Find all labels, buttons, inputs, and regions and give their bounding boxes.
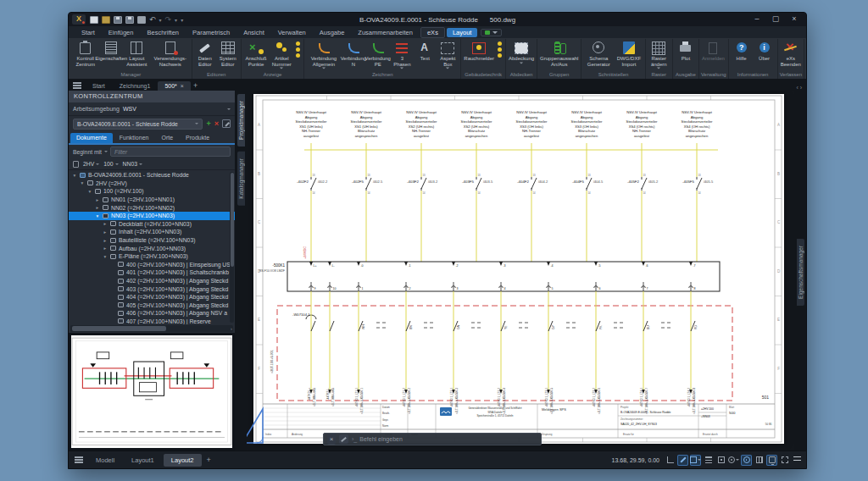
ribbon-button-aspekt-box[interactable]: Aspekt Box bbox=[437, 40, 459, 69]
dropdown-caret-icon[interactable] bbox=[446, 67, 449, 69]
breadcrumb-segment-nn03[interactable]: NN03 bbox=[123, 161, 142, 167]
undo-icon[interactable]: ↶ bbox=[149, 16, 156, 24]
menu-tab-einfügen[interactable]: Einfügen bbox=[103, 28, 140, 37]
panel-tab-produkte[interactable]: Produkte bbox=[180, 133, 215, 143]
command-close-icon[interactable]: × bbox=[327, 434, 336, 445]
ribbon-button-verbindung-allgemein[interactable]: Verbindung Allgemein bbox=[306, 40, 341, 69]
ribbon-button-eigenschaften[interactable]: Eigenschaften bbox=[100, 40, 123, 62]
menu-tab-verwalten[interactable]: Verwalten bbox=[272, 28, 312, 37]
redo-caret-icon[interactable]: ▾ bbox=[175, 17, 177, 23]
add-layout-button[interactable]: + bbox=[203, 456, 214, 464]
doc-tab-Start[interactable]: Start bbox=[86, 81, 112, 91]
settings-gear-icon[interactable] bbox=[728, 455, 739, 466]
filter-input[interactable]: Filter bbox=[110, 147, 231, 157]
collapsed-caret-icon[interactable]: ▸ bbox=[103, 246, 108, 251]
fullscreen-icon[interactable] bbox=[779, 455, 790, 466]
side-tab-projektmanager[interactable]: Projektmanager bbox=[237, 94, 245, 147]
maximize-button[interactable]: ▢ bbox=[767, 14, 784, 25]
drawing-area[interactable]: AABBCCDDEEFFNSV-IV UnterhauptAbgangSteck… bbox=[247, 91, 794, 451]
ribbon-button-kontroll-zentrum[interactable]: Kontroll Zentrum bbox=[72, 40, 99, 67]
menu-tab-parametrisch[interactable]: Parametrisch bbox=[186, 28, 236, 37]
panel-tab-dokumente[interactable]: Dokumente bbox=[70, 133, 113, 143]
project-caret-icon[interactable] bbox=[195, 123, 198, 124]
edit-project-button[interactable] bbox=[222, 119, 231, 128]
close-button[interactable]: × bbox=[786, 14, 803, 25]
app-logo-icon[interactable]: X bbox=[72, 14, 86, 25]
status-menu-icon[interactable] bbox=[792, 455, 803, 466]
command-prompt[interactable]: ›_Befehl eingeben bbox=[352, 436, 403, 442]
dropdown-caret-icon[interactable] bbox=[400, 67, 403, 69]
doc-tab-scroll-icons[interactable]: ‹ › bbox=[796, 85, 804, 91]
doc-tab-close-icon[interactable]: × bbox=[181, 83, 184, 89]
ribbon-button-anschlu-punkte[interactable]: Anschluß Punkte bbox=[243, 40, 270, 67]
ribbon-button-layout-assistent[interactable]: Layout Assistent bbox=[124, 40, 150, 67]
tree-item[interactable]: 403 (=2HV.100+NN03) | Abgang Steckd bbox=[69, 285, 235, 293]
ribbon-button-hilfe[interactable]: Hilfe bbox=[731, 40, 753, 62]
ribbon-button-schema-generator[interactable]: Schema Generator bbox=[583, 40, 614, 67]
tree-item[interactable]: ▾B-OVA24009.E.0001 - Schleuse Rodde bbox=[69, 171, 235, 180]
layout-tab-layout1[interactable]: Layout1 bbox=[124, 454, 162, 467]
workspace-row[interactable]: Arbeitsumgebung WSV bbox=[69, 102, 235, 116]
collapsed-caret-icon[interactable]: ▸ bbox=[95, 205, 100, 210]
ribbon-button-gruppenauswahl-an-aus[interactable]: Gruppenauswahl An/Aus bbox=[539, 40, 579, 67]
ucs-icon[interactable] bbox=[665, 455, 676, 466]
workspace-caret-icon[interactable] bbox=[227, 108, 231, 110]
ribbon-button-verbindung-pe[interactable]: Verbindung PE bbox=[365, 40, 390, 67]
undo-caret-icon[interactable]: ▾ bbox=[159, 17, 162, 23]
doc-menu-icon[interactable] bbox=[72, 80, 82, 90]
collapsed-caret-icon[interactable]: ▸ bbox=[95, 197, 100, 202]
menu-tab-zusammenarbeiten[interactable]: Zusammenarbeiten bbox=[352, 28, 419, 37]
expanded-caret-icon[interactable]: ▾ bbox=[103, 254, 108, 259]
ribbon-button-verbindung-n[interactable]: Verbindung N bbox=[342, 40, 365, 67]
new-doc-tab-button[interactable]: + bbox=[192, 81, 201, 91]
ribbon-button-abdeckung[interactable]: Abdeckung bbox=[508, 40, 535, 64]
tree-hscrollbar[interactable]: › bbox=[70, 325, 233, 332]
panel-tab-funktionen[interactable]: Funktionen bbox=[114, 133, 155, 143]
doc-tab-500[interactable]: 500*× bbox=[158, 81, 191, 91]
ribbon-button-text[interactable]: Text bbox=[414, 40, 436, 62]
menu-tab-beschriften[interactable]: Beschriften bbox=[141, 28, 185, 37]
tree-item[interactable]: 402 (=2HV.100+NN03) | Abgang Steckd bbox=[69, 277, 235, 285]
annotation-bars-icon[interactable] bbox=[703, 455, 714, 466]
tree-item[interactable]: ▸Bauteilliste (=2HV.100+NN03) bbox=[69, 236, 235, 245]
tree-item[interactable]: 405 (=2HV.100+NN03) | Abgang Steckd bbox=[69, 301, 235, 310]
breadcrumb-segment-100[interactable]: 100 bbox=[103, 161, 118, 167]
paper-model-toggle[interactable] bbox=[690, 455, 701, 466]
layout-menu-icon[interactable] bbox=[74, 455, 84, 464]
sheet-preview[interactable] bbox=[69, 333, 235, 451]
expanded-caret-icon[interactable]: ▾ bbox=[72, 173, 77, 178]
tree-item[interactable]: 404 (=2HV.100+NN03) | Abgang Steckd bbox=[69, 293, 235, 301]
properties-manager-tab[interactable]: Eigenschaftsmanager bbox=[797, 239, 804, 306]
snap-icon[interactable] bbox=[715, 455, 726, 466]
open-file-icon[interactable] bbox=[102, 16, 110, 24]
ribbon-button-artikel-nummer[interactable]: Artikel Nummer bbox=[270, 40, 293, 69]
layout-tab-modell[interactable]: Modell bbox=[88, 454, 122, 467]
dropdown-caret-icon[interactable] bbox=[280, 67, 283, 69]
filter-mode-select[interactable]: Beginnt mit bbox=[73, 149, 108, 155]
tree-item[interactable]: ▸Deckblatt (=2HV.100+NN03) bbox=[69, 220, 235, 229]
panel-tab-orte[interactable]: Orte bbox=[155, 133, 179, 143]
display-icon[interactable] bbox=[766, 455, 777, 466]
project-select[interactable]: B-OVA24009.E.0001 - Schleuse Rodde bbox=[73, 119, 203, 130]
drawing-paper[interactable]: AABBCCDDEEFFNSV-IV UnterhauptAbgangSteck… bbox=[253, 94, 784, 444]
minimize-button[interactable]: – bbox=[748, 14, 765, 25]
tree-item[interactable]: ▸NN01 (=2HV.100+NN01) bbox=[69, 196, 235, 204]
tree-item[interactable]: 406 (=2HV.100+NN03) | Abgang NSV a bbox=[69, 309, 235, 318]
redo-icon[interactable]: ↷ bbox=[165, 16, 172, 24]
ribbon-button-verwendungs-nachweis[interactable]: Verwendungs- Nachweis bbox=[151, 40, 190, 67]
tree-item[interactable]: ▸NN02 (=2HV.100+NN02) bbox=[69, 203, 235, 212]
ribbon-button--ber[interactable]: Über bbox=[754, 40, 776, 62]
collapsed-caret-icon[interactable]: ▸ bbox=[103, 229, 108, 235]
tree-item[interactable]: ▸Aufbau (=2HV.100+NN03) bbox=[69, 244, 235, 252]
expanded-caret-icon[interactable]: ▾ bbox=[80, 180, 85, 185]
workspace-pill[interactable] bbox=[481, 29, 502, 36]
tree-item[interactable]: 407 (=2HV.100+NN03) | Reserve bbox=[69, 318, 235, 325]
tree-item[interactable]: ▾E-Pläne (=2HV.100+NN03) bbox=[69, 252, 235, 261]
collapsed-caret-icon[interactable]: ▸ bbox=[103, 238, 108, 243]
ribbon-button-exs-beenden[interactable]: eXs Beenden bbox=[780, 40, 802, 67]
command-line[interactable]: × ›_Befehl eingeben bbox=[323, 433, 542, 445]
save-icon[interactable] bbox=[114, 16, 122, 24]
annotation-monitor-icon[interactable] bbox=[741, 455, 752, 466]
doc-tab-Zeichnung1[interactable]: Zeichnung1 bbox=[113, 81, 158, 91]
tree-item[interactable]: 401 (=2HV.100+NN03) | Schaltschrankb bbox=[69, 268, 235, 277]
